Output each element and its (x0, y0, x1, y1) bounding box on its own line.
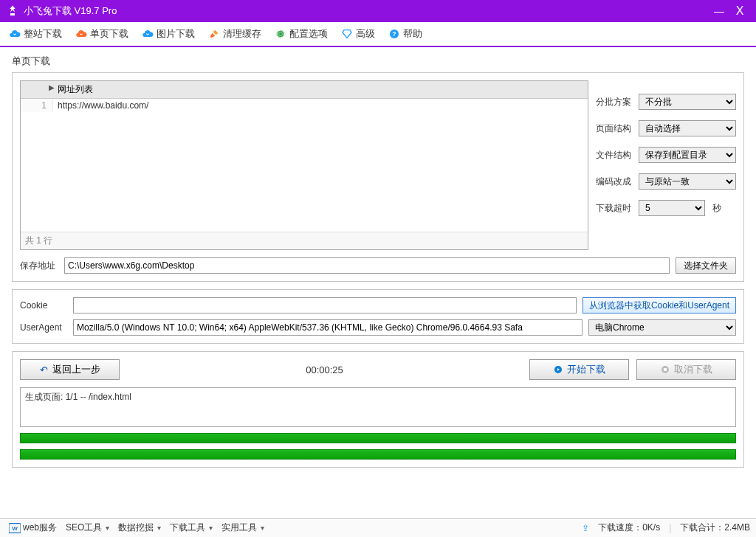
toolbar-images[interactable]: 图片下载 (142, 27, 195, 41)
sb-seo[interactable]: SEO工具 (63, 522, 112, 534)
url-list-box[interactable]: 网址列表 1 https://www.baidu.com/ 共 1 行 (20, 80, 588, 250)
start-download-button[interactable]: 开始下载 (529, 359, 629, 380)
url-panel: 网址列表 1 https://www.baidu.com/ 共 1 行 分批方案… (12, 72, 744, 282)
toolbar-clear-cache[interactable]: 清理缓存 (208, 27, 261, 41)
sb-datamining[interactable]: 数据挖掘 (115, 522, 164, 534)
url-list-header[interactable]: 网址列表 (21, 81, 588, 99)
window-title: 小飞兔下载 V19.7 Pro (24, 4, 709, 18)
options-panel: 分批方案 不分批 页面结构 自动选择 文件结构 保存到配置目录 编码改成 与原站… (596, 80, 736, 250)
minimize-button[interactable]: — (709, 5, 729, 17)
diamond-icon (341, 28, 353, 40)
broom-icon (208, 28, 220, 40)
cancel-label: 取消下载 (674, 363, 712, 376)
sb-dltools[interactable]: 下载工具 (167, 522, 216, 534)
url-line[interactable]: 1 https://www.baidu.com/ (21, 99, 588, 112)
toolbar-label: 图片下载 (157, 27, 195, 41)
log-output[interactable]: 生成页面: 1/1 -- /index.html (20, 387, 736, 427)
help-icon: ? (388, 28, 400, 40)
cancel-download-button[interactable]: 取消下载 (636, 359, 736, 380)
stop-icon (661, 365, 670, 374)
timer-display: 00:00:25 (127, 364, 522, 375)
toolbar-single-page[interactable]: 单页下载 (75, 27, 128, 41)
start-label: 开始下载 (567, 363, 605, 376)
cookie-input[interactable] (73, 297, 577, 313)
sb-utiltools[interactable]: 实用工具 (219, 522, 267, 534)
svg-rect-6 (664, 368, 667, 371)
titlebar: 小飞兔下载 V19.7 Pro — X (0, 0, 756, 22)
sb-webservice[interactable]: W web服务 (6, 522, 60, 534)
sb-speed: 下载速度：0K/s (598, 522, 660, 534)
toolbar-advanced[interactable]: 高级 (341, 27, 375, 41)
main-toolbar: 整站下载 单页下载 图片下载 清理缓存 配置选项 高级 ? 帮助 (0, 22, 756, 47)
toolbar-label: 帮助 (403, 27, 422, 41)
line-number: 1 (21, 99, 53, 112)
cloud-download-blue-icon (142, 28, 154, 40)
page-struct-label: 页面结构 (596, 122, 634, 135)
back-button[interactable]: ↶ 返回上一步 (20, 359, 120, 380)
progress-bar-2 (20, 449, 736, 460)
batch-label: 分批方案 (596, 96, 634, 108)
play-icon (554, 365, 563, 374)
cloud-download-icon (9, 28, 21, 40)
cookie-label: Cookie (20, 300, 67, 311)
cloud-download-orange-icon (75, 28, 87, 40)
file-struct-label: 文件结构 (596, 149, 634, 162)
back-label: 返回上一步 (52, 363, 100, 376)
encoding-label: 编码改成 (596, 176, 634, 188)
toolbar-label: 配置选项 (289, 27, 328, 41)
timeout-select[interactable]: 5 (639, 200, 705, 216)
ua-preset-select[interactable]: 电脑Chrome (588, 319, 736, 336)
gear-icon (275, 28, 286, 40)
url-list-footer: 共 1 行 (21, 232, 588, 249)
file-struct-select[interactable]: 保存到配置目录 (639, 147, 736, 163)
svg-text:?: ? (392, 30, 396, 38)
app-logo-icon (6, 4, 19, 18)
progress-bar-1 (20, 433, 736, 443)
get-from-browser-button[interactable]: 从浏览器中获取Cookie和UserAgent (583, 297, 736, 313)
browse-folder-button[interactable]: 选择文件夹 (676, 257, 736, 274)
share-icon[interactable]: ⇪ (582, 523, 589, 533)
toolbar-label: 高级 (356, 27, 375, 41)
ua-label: UserAgent (20, 322, 67, 333)
log-line: 生成页面: 1/1 -- /index.html (25, 391, 731, 403)
back-arrow-icon: ↶ (40, 364, 48, 375)
timeout-label: 下载超时 (596, 202, 634, 215)
toolbar-help[interactable]: ? 帮助 (388, 27, 422, 41)
sb-label: SEO工具 (66, 522, 102, 534)
toolbar-label: 清理缓存 (223, 27, 261, 41)
sb-label: 实用工具 (221, 522, 257, 534)
timeout-unit: 秒 (712, 202, 721, 215)
sb-label: web服务 (23, 522, 57, 534)
ua-input[interactable] (73, 319, 583, 336)
url-text[interactable]: https://www.baidu.com/ (53, 99, 153, 112)
sb-total: 下载合计：2.4MB (680, 522, 750, 534)
toolbar-label: 单页下载 (90, 27, 128, 41)
url-list-content[interactable]: 1 https://www.baidu.com/ (21, 99, 588, 232)
save-path-input[interactable] (64, 257, 670, 274)
action-panel: ↶ 返回上一步 00:00:25 开始下载 取消下载 生成页面: 1/1 -- … (12, 351, 744, 468)
close-button[interactable]: X (729, 4, 750, 18)
sb-label: 数据挖掘 (118, 522, 154, 534)
batch-select[interactable]: 不分批 (639, 94, 736, 110)
svg-text:W: W (12, 525, 18, 532)
word-icon: W (9, 523, 21, 533)
toolbar-config[interactable]: 配置选项 (275, 27, 328, 41)
encoding-select[interactable]: 与原站一致 (639, 173, 736, 190)
section-title: 单页下载 (12, 55, 744, 68)
save-path-label: 保存地址 (20, 260, 58, 272)
sb-label: 下载工具 (170, 522, 205, 534)
page-struct-select[interactable]: 自动选择 (639, 120, 736, 136)
toolbar-label: 整站下载 (24, 27, 62, 41)
headers-panel: Cookie 从浏览器中获取Cookie和UserAgent UserAgent… (12, 289, 744, 344)
toolbar-full-site[interactable]: 整站下载 (9, 27, 62, 41)
statusbar: W web服务 SEO工具 数据挖掘 下载工具 实用工具 ⇪ 下载速度：0K/s… (0, 518, 756, 537)
